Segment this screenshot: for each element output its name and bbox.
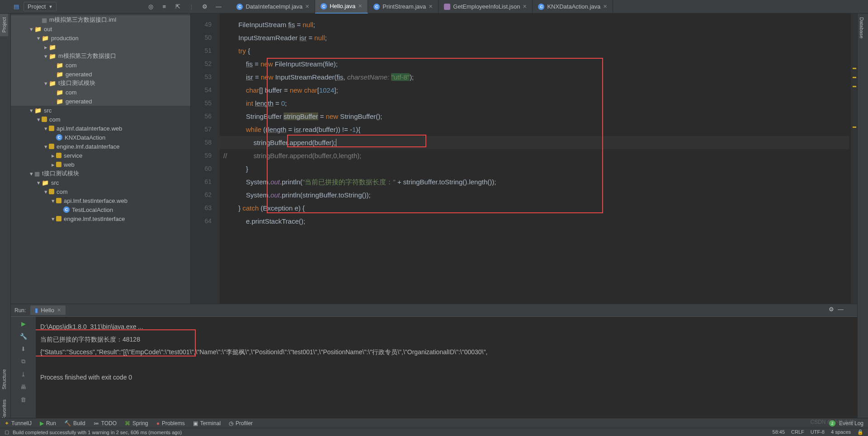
tree-twisty-icon[interactable]: ▾ — [42, 125, 49, 132]
tree-item[interactable]: 📁com — [11, 88, 190, 97]
tree-item[interactable]: CKNXDataAction — [11, 133, 190, 142]
tree-item[interactable]: ▾com — [11, 115, 190, 124]
tree-item[interactable]: 📁generated — [11, 70, 190, 79]
code-line[interactable]: while ((length = isr.read(buffer)) != -1… — [220, 123, 849, 136]
tool-todo[interactable]: ≔TODO — [94, 420, 117, 427]
line-separator[interactable]: CRLF — [791, 429, 804, 435]
gear-icon[interactable]: ⚙ — [201, 3, 208, 10]
tree-twisty-icon[interactable]: ▸ — [42, 44, 49, 51]
rerun-icon[interactable]: ▶ — [19, 319, 28, 328]
warning-marker[interactable] — [853, 86, 856, 87]
tree-twisty-icon[interactable]: ▸ — [50, 152, 56, 159]
gutter-line-number[interactable]: 49 — [191, 18, 220, 31]
tool-project[interactable]: Project — [0, 14, 8, 36]
tree-twisty-icon[interactable]: ▾ — [50, 197, 56, 204]
tree-item[interactable]: ▾📁m模拟第三方数据接口 — [11, 52, 190, 61]
tree-item[interactable]: ▸service — [11, 151, 190, 160]
tree-twisty-icon[interactable]: ▾ — [35, 179, 42, 186]
tool-database[interactable]: Database — [858, 14, 866, 42]
collapse-all-icon[interactable]: ⇱ — [174, 3, 181, 10]
warning-marker[interactable] — [853, 127, 856, 128]
tool-terminal[interactable]: ▣Terminal — [193, 420, 221, 427]
tree-twisty-icon[interactable]: ▾ — [42, 53, 49, 60]
tree-twisty-icon[interactable]: ▾ — [50, 216, 56, 222]
editor-tab[interactable]: CPrintStream.java✕ — [368, 0, 439, 14]
tree-twisty-icon[interactable]: ▸ — [50, 161, 56, 168]
code-line[interactable]: // stringBuffer.append(buffer,0,length); — [220, 149, 849, 162]
gutter-line-number[interactable]: 52 — [191, 57, 220, 70]
close-icon[interactable]: ✕ — [523, 4, 527, 9]
code-line[interactable]: InputStreamReader isr = null; — [220, 31, 849, 44]
tree-twisty-icon[interactable]: ▾ — [35, 35, 42, 42]
code-line[interactable]: char[] buffer = new char[1024]; — [220, 84, 849, 97]
console-line[interactable]: {"Status":"Success","Result":"[{\"EmpCod… — [40, 346, 853, 358]
tool-problems[interactable]: ●Problems — [156, 420, 185, 427]
code-editor[interactable]: 49505152535455565758596061626364 FileInp… — [191, 14, 857, 316]
code-line[interactable]: try { — [220, 44, 849, 57]
error-stripe[interactable] — [851, 14, 857, 316]
tree-item[interactable]: ▾api.lmf.dataInterface.web — [11, 124, 190, 133]
gutter-line-number[interactable]: 50 — [191, 31, 220, 44]
tree-twisty-icon[interactable]: ▾ — [35, 116, 42, 123]
project-tree[interactable]: ▦m模拟第三方数据接口.iml▾📁out▾📁production▸📁▾📁m模拟第… — [11, 14, 190, 225]
hide-icon[interactable]: — — [838, 306, 844, 313]
tree-item[interactable]: ▾engine.lmf.dataInterface — [11, 142, 190, 151]
run-console-output[interactable]: D:\Apps\jdk1.8.0_311\bin\java.exe ...当前已… — [36, 317, 857, 420]
tree-item[interactable]: CTestLocalAction — [11, 205, 190, 214]
gutter-line-number[interactable]: 61 — [191, 175, 220, 188]
warning-marker[interactable] — [853, 68, 856, 69]
run-config-tab[interactable]: ▮ Hello ✕ — [30, 305, 66, 315]
close-icon[interactable]: ✕ — [305, 4, 309, 9]
gutter-line-number[interactable]: 56 — [191, 110, 220, 123]
code-line[interactable]: int length = 0; — [220, 97, 849, 110]
tool-profiler[interactable]: ◷Profiler — [229, 420, 253, 427]
hide-icon[interactable]: — — [215, 3, 222, 10]
gutter-line-number[interactable]: 58 — [191, 136, 220, 149]
editor-tab[interactable]: GetEmployeeInfoList.json✕ — [439, 0, 533, 14]
code-line[interactable]: isr = new InputStreamReader(fis, charset… — [220, 70, 849, 84]
close-icon[interactable]: ✕ — [429, 4, 433, 9]
code-line[interactable]: fis = new FileInputStream(file); — [220, 57, 849, 70]
status-icon[interactable]: ▢ — [5, 429, 9, 435]
code-line[interactable]: e.printStackTrace(); — [220, 215, 849, 228]
editor-code-area[interactable]: FileInputStream fis = null; InputStreamR… — [220, 14, 849, 316]
code-line[interactable]: FileInputStream fis = null; — [220, 18, 849, 31]
gutter-line-number[interactable]: 54 — [191, 84, 220, 97]
gutter-line-number[interactable]: 60 — [191, 162, 220, 175]
stop-icon[interactable]: ⬇ — [19, 345, 28, 353]
tree-item[interactable]: ▾com — [11, 187, 190, 196]
tree-item[interactable]: ▾api.lmf.testInterface.web — [11, 196, 190, 205]
wrench-icon[interactable]: 🔧 — [19, 332, 28, 340]
gutter-line-number[interactable]: 57 — [191, 123, 220, 136]
locate-icon[interactable]: ◎ — [147, 3, 154, 10]
editor-tab[interactable]: CDataIntefaceImpl.java✕ — [231, 0, 315, 14]
caret-position[interactable]: 58:45 — [773, 429, 785, 435]
console-line[interactable]: 当前已拼接的字符数据长度：48128 — [40, 333, 853, 346]
indent-config[interactable]: 4 spaces — [831, 429, 851, 435]
editor-gutter[interactable]: 49505152535455565758596061626364 — [191, 14, 220, 316]
tree-twisty-icon[interactable]: ▾ — [28, 26, 34, 33]
console-line[interactable]: D:\Apps\jdk1.8.0_311\bin\java.exe ... — [40, 320, 853, 333]
tool-tunnelij[interactable]: ✦TunnellJ — [5, 420, 32, 427]
tree-item[interactable]: ▸📁 — [11, 42, 190, 52]
console-line[interactable] — [40, 358, 853, 371]
close-icon[interactable]: ✕ — [358, 3, 362, 9]
tree-item[interactable]: 📁com — [11, 61, 190, 70]
tree-twisty-icon[interactable]: ▾ — [28, 170, 34, 177]
tree-item[interactable]: 📁generated — [11, 97, 190, 106]
gutter-line-number[interactable]: 51 — [191, 44, 220, 57]
tree-item[interactable]: ▸web — [11, 160, 190, 169]
tree-item[interactable]: ▾engine.lmf.testInterface — [11, 214, 190, 223]
project-scope-dropdown[interactable]: Project ▼ — [24, 2, 57, 11]
trash-icon[interactable]: 🗑 — [19, 395, 28, 403]
console-line[interactable]: Process finished with exit code 0 — [40, 371, 853, 384]
tree-item[interactable]: ▦m模拟第三方数据接口.iml — [11, 15, 190, 24]
gutter-line-number[interactable]: 53 — [191, 70, 220, 84]
editor-tab[interactable]: CHello.java✕ — [315, 0, 368, 14]
tree-twisty-icon[interactable]: ▾ — [42, 80, 49, 87]
close-icon[interactable]: ✕ — [603, 4, 607, 9]
gutter-line-number[interactable]: 55 — [191, 97, 220, 110]
tree-twisty-icon[interactable]: ▾ — [42, 143, 49, 150]
gutter-line-number[interactable]: 64 — [191, 215, 220, 228]
tree-item[interactable]: ▾📁src — [11, 106, 190, 115]
